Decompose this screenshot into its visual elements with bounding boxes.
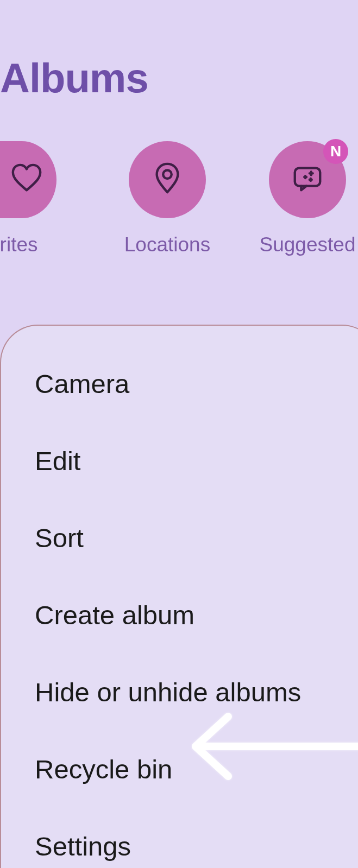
- menu-item-hide-unhide[interactable]: Hide or unhide albums: [35, 654, 346, 731]
- heart-icon: [10, 162, 34, 198]
- pin-icon: [150, 162, 184, 198]
- menu-item-edit[interactable]: Edit: [35, 422, 346, 499]
- chip-favourites[interactable]: ourites: [0, 141, 76, 256]
- chip-circle: [0, 141, 56, 218]
- chip-suggested[interactable]: N Suggested: [259, 141, 356, 256]
- menu-item-recycle-bin[interactable]: Recycle bin: [35, 731, 346, 808]
- chip-label: Suggested: [260, 233, 356, 256]
- menu-item-camera[interactable]: Camera: [35, 345, 346, 422]
- album-category-row: ourites Locations N Suggested: [0, 141, 356, 256]
- sparkle-icon: [291, 162, 324, 198]
- chip-locations[interactable]: Locations: [118, 141, 216, 256]
- chip-label: ourites: [0, 233, 38, 256]
- menu-item-create-album[interactable]: Create album: [35, 576, 346, 654]
- menu-item-sort[interactable]: Sort: [35, 499, 346, 576]
- new-badge: N: [323, 139, 348, 164]
- chip-circle: [129, 141, 206, 218]
- svg-point-0: [163, 170, 172, 179]
- chip-circle: N: [269, 141, 346, 218]
- menu-item-settings[interactable]: Settings: [35, 808, 346, 868]
- context-menu: Camera Edit Sort Create album Hide or un…: [0, 325, 358, 868]
- chip-label: Locations: [124, 233, 210, 256]
- page-title: Albums: [0, 54, 148, 102]
